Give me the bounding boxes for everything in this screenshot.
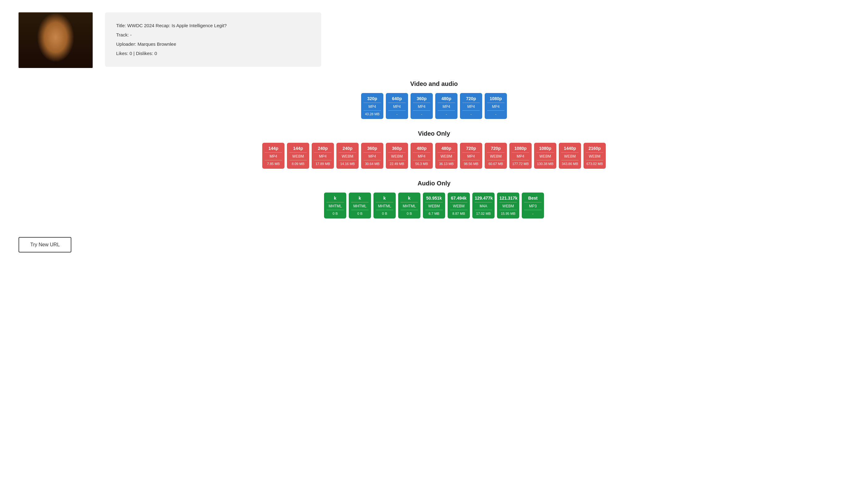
format-card[interactable]: 360pMP430.64 MB: [361, 143, 383, 169]
format-size: 17.89 MB: [315, 162, 330, 166]
format-resolution: 480p: [438, 146, 455, 153]
format-resolution: 320p: [363, 96, 381, 103]
format-size: 673.02 MB: [586, 162, 603, 166]
format-card[interactable]: 720pWEBM60.67 MB: [485, 143, 507, 169]
format-resolution: k: [326, 196, 344, 202]
format-resolution: 720p: [462, 96, 480, 103]
format-size: 98.56 MB: [464, 162, 478, 166]
format-resolution: 1440p: [561, 146, 579, 153]
thumbnail-image: [19, 12, 93, 68]
format-type: MHTML: [351, 204, 369, 210]
format-card[interactable]: 480pWEBM36.13 MB: [435, 143, 458, 169]
format-resolution: 480p: [438, 96, 455, 103]
format-resolution: 50.951k: [425, 196, 443, 202]
format-card[interactable]: 480pMP456.3 MB: [410, 143, 433, 169]
format-type: WEBM: [487, 154, 505, 160]
format-resolution: k: [401, 196, 418, 202]
format-size: 6.7 MB: [429, 212, 440, 215]
format-size: 15.95 MB: [501, 212, 515, 215]
format-resolution: 360p: [413, 96, 430, 103]
format-size: 56.3 MB: [415, 162, 428, 166]
format-card[interactable]: BestMP3-: [522, 193, 544, 218]
format-resolution: 360p: [388, 146, 406, 153]
format-card[interactable]: 67.494kWEBM8.87 MB: [448, 193, 470, 218]
format-type: WEBM: [561, 154, 579, 160]
format-type: MHTML: [401, 204, 418, 210]
format-card[interactable]: 144pMP47.85 MB: [262, 143, 285, 169]
format-type: MP4: [438, 104, 455, 111]
format-card[interactable]: 360pMP4-: [410, 93, 433, 119]
format-size: 177.72 MB: [512, 162, 529, 166]
format-size: 0 B: [333, 212, 338, 215]
format-card[interactable]: 1080pMP4177.72 MB: [509, 143, 532, 169]
format-card[interactable]: 2160pWEBM673.02 MB: [583, 143, 606, 169]
format-type: MP4: [363, 154, 381, 160]
format-type: WEBM: [388, 154, 406, 160]
format-card[interactable]: 1080pWEBM130.38 MB: [534, 143, 556, 169]
format-type: MP4: [462, 154, 480, 160]
format-size: 17.02 MB: [476, 212, 490, 215]
format-type: MP4: [413, 154, 430, 160]
format-card[interactable]: 144pWEBM8.09 MB: [287, 143, 309, 169]
format-size: -: [446, 112, 447, 116]
format-resolution: 67.494k: [450, 196, 467, 202]
format-card[interactable]: kMHTML0 B: [398, 193, 420, 218]
format-type: MP4: [512, 154, 529, 160]
format-card[interactable]: 320pMP443.28 MB: [361, 93, 383, 119]
format-resolution: 129.477k: [475, 196, 492, 202]
format-card[interactable]: 240pMP417.89 MB: [312, 143, 334, 169]
video-title: Title: WWDC 2024 Recap: Is Apple Intelli…: [116, 21, 310, 30]
format-type: MP4: [487, 104, 505, 111]
format-size: -: [471, 112, 472, 116]
format-type: MP4: [363, 104, 381, 111]
video-audio-title: Video and audio: [19, 80, 849, 88]
format-type: MP4: [388, 104, 406, 111]
format-resolution: k: [376, 196, 393, 202]
format-size: 0 B: [357, 212, 363, 215]
format-type: WEBM: [438, 154, 455, 160]
format-resolution: 2160p: [586, 146, 603, 153]
format-card[interactable]: 50.951kWEBM6.7 MB: [423, 193, 445, 218]
format-type: MP4: [314, 154, 332, 160]
format-type: MP4: [462, 104, 480, 111]
format-resolution: 1080p: [536, 146, 554, 153]
format-size: 8.87 MB: [452, 212, 465, 215]
video-uploader: Uploader: Marques Brownlee: [116, 39, 310, 49]
format-resolution: 240p: [314, 146, 332, 153]
format-size: 14.16 MB: [340, 162, 355, 166]
try-new-url-button[interactable]: Try New URL: [19, 237, 71, 252]
format-size: 8.09 MB: [292, 162, 304, 166]
format-card[interactable]: 720pMP4-: [460, 93, 482, 119]
audio-only-section: Audio Only kMHTML0 BkMHTML0 BkMHTML0 BkM…: [19, 180, 849, 218]
format-card[interactable]: kMHTML0 B: [373, 193, 396, 218]
format-card[interactable]: 129.477kM4A17.02 MB: [472, 193, 495, 218]
format-size: 0 B: [382, 212, 387, 215]
format-resolution: 360p: [363, 146, 381, 153]
video-audio-section: Video and audio 320pMP443.28 MB640pMP4-3…: [19, 80, 849, 119]
bottom-bar: Try New URL: [19, 237, 849, 252]
format-type: WEBM: [586, 154, 603, 160]
format-card[interactable]: 240pWEBM14.16 MB: [336, 143, 359, 169]
format-card[interactable]: 360pWEBM22.49 MB: [386, 143, 408, 169]
format-card[interactable]: kMHTML0 B: [324, 193, 346, 218]
format-card[interactable]: 1080pMP4-: [485, 93, 507, 119]
format-card[interactable]: 121.317kWEBM15.95 MB: [497, 193, 519, 218]
format-resolution: 121.317k: [499, 196, 517, 202]
format-resolution: 480p: [413, 146, 430, 153]
video-likes: Likes: 0 | Dislikes: 0: [116, 49, 310, 58]
format-size: -: [532, 212, 533, 215]
format-resolution: 720p: [462, 146, 480, 153]
format-card[interactable]: 720pMP498.56 MB: [460, 143, 482, 169]
format-size: 22.49 MB: [390, 162, 404, 166]
format-card[interactable]: 1440pWEBM343.86 MB: [559, 143, 581, 169]
format-size: 60.67 MB: [488, 162, 503, 166]
format-resolution: Best: [524, 196, 542, 202]
format-size: 130.38 MB: [537, 162, 553, 166]
format-card[interactable]: 640pMP4-: [386, 93, 408, 119]
format-size: -: [396, 112, 397, 116]
video-only-title: Video Only: [19, 130, 849, 137]
format-card[interactable]: 480pMP4-: [435, 93, 458, 119]
format-size: -: [495, 112, 496, 116]
format-card[interactable]: kMHTML0 B: [349, 193, 371, 218]
format-type: WEBM: [499, 204, 517, 210]
